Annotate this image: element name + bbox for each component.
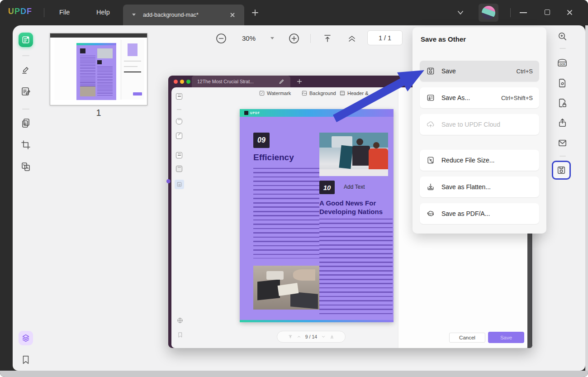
heading-line-2: Developing Nations [319, 207, 393, 216]
thumbnail-page-number: 1 [50, 108, 147, 118]
pdf-page: UPDF 09 Efficiency 10 Add Text [240, 109, 394, 322]
menu-item-label: Reduce File Size... [441, 157, 495, 164]
menu-file[interactable]: File [59, 9, 70, 16]
watermark-icon [259, 90, 265, 96]
compress-doc-icon[interactable] [557, 78, 568, 88]
avatar [482, 6, 495, 19]
save-as-other-menu: Save as Other Save Ctrl+S Save As... Ctr… [413, 27, 546, 234]
menu-item-save[interactable]: Save Ctrl+S [420, 61, 539, 81]
mini-edit-icon [176, 133, 182, 139]
pages-icon [20, 118, 31, 129]
last-page-icon [330, 334, 334, 339]
divider [510, 8, 511, 17]
page-up-button[interactable] [346, 33, 357, 44]
zoom-out-button[interactable] [215, 33, 227, 44]
chevron-down-icon[interactable] [457, 10, 464, 16]
mini-thumbnail-icon [176, 93, 182, 100]
save-button-highlighted[interactable] [552, 161, 571, 180]
maximize-icon[interactable] [545, 10, 550, 15]
ocr-icon-text: OCR [560, 63, 565, 66]
doc-logo-text: UPDF [250, 111, 260, 115]
zoom-in-button[interactable] [288, 33, 300, 44]
minimize-icon[interactable] [520, 12, 527, 13]
mac-new-tab-icon [297, 79, 302, 84]
tab-dropdown-icon[interactable] [132, 14, 136, 16]
prev-page-icon [297, 334, 301, 339]
sidebar-item-bookmark[interactable] [19, 353, 33, 367]
menu-item-shortcut: Ctrl+Shift+S [501, 95, 533, 101]
next-page-icon [321, 334, 326, 339]
sidebar-item-layers[interactable] [19, 331, 33, 345]
flatten-icon [426, 182, 435, 191]
reader-icon [21, 35, 30, 44]
mac-tab: 12The Most Crucial Strat... [192, 76, 290, 87]
page-thumbnail[interactable] [50, 33, 147, 105]
menu-item-label: Save As... [441, 94, 470, 101]
divider [310, 34, 311, 43]
mac-tab-title: 12The Most Crucial Strat... [197, 79, 254, 84]
reduce-size-icon [426, 156, 435, 165]
tab-close-icon[interactable] [230, 12, 235, 18]
page-header-strip: UPDF [240, 109, 394, 117]
menu-item-label: Save as Flatten... [441, 183, 491, 191]
ocr-icon[interactable]: OCR [556, 57, 568, 69]
sidebar-item-crop[interactable] [19, 138, 33, 152]
window-edge [585, 25, 588, 371]
menu-item-save-to-cloud[interactable]: Save to UPDF Cloud [420, 114, 539, 135]
doc-logo-mark [244, 111, 248, 115]
first-page-icon [288, 334, 293, 339]
menu-title: Save as Other [421, 35, 466, 43]
menu-help[interactable]: Help [96, 9, 110, 16]
sidebar-item-reader[interactable] [19, 33, 33, 47]
close-window-icon[interactable] [566, 9, 573, 16]
menu-item-save-as-pdfa[interactable]: PDF/A Save as PDF/A... [420, 203, 539, 224]
menu-item-label: Save as PDF/A... [441, 210, 490, 217]
rename-pencil-icon [279, 79, 284, 84]
divider [560, 156, 566, 157]
menu-item-save-as-flatten[interactable]: Save as Flatten... [420, 177, 539, 197]
title-bar: UPDF File Help add-background-mac* [0, 0, 588, 25]
mac-zoom-icon [186, 80, 190, 84]
app-window: UPDF File Help add-background-mac* [0, 0, 588, 377]
mini-organize-icon [176, 152, 182, 158]
search-icon[interactable] [557, 31, 568, 42]
thumb-doc-page [76, 43, 116, 100]
document-tab[interactable]: add-background-mac* [123, 5, 244, 25]
divider [22, 109, 29, 110]
sidebar-item-comment[interactable] [19, 62, 33, 77]
photo-desk-hands [253, 266, 319, 310]
floppy-icon [426, 67, 435, 76]
bookmark-icon [21, 354, 31, 365]
menu-item-reduce-file-size[interactable]: Reduce File Size... [420, 150, 539, 171]
menu-item-shortcut: Ctrl+S [517, 68, 533, 75]
sidebar-item-edit[interactable] [19, 84, 33, 99]
zoom-level[interactable]: 30% [239, 34, 259, 42]
account-button[interactable] [479, 4, 498, 22]
email-icon[interactable] [557, 138, 568, 148]
add-text-label: Add Text [344, 184, 365, 190]
sidebar-item-convert[interactable] [19, 159, 33, 174]
header-footer-icon [339, 90, 346, 96]
tab-title: add-background-mac* [143, 12, 199, 18]
thumb-side-panel [121, 40, 144, 100]
page-footer-strip [240, 320, 394, 322]
protect-doc-icon[interactable] [557, 98, 568, 108]
page-indicator[interactable]: 1 / 1 [367, 30, 403, 45]
section-heading-good-news: A Good News For Developing Nations [319, 199, 393, 216]
pdfa-icon-text: PDF/A [428, 213, 433, 215]
section-number-10: 10 [319, 181, 335, 194]
new-tab-icon[interactable] [251, 9, 259, 16]
share-icon[interactable] [557, 118, 568, 128]
header-footer-label: Header & [347, 91, 368, 96]
photo-office-meeting [319, 133, 388, 176]
mac-save-button: Save [488, 332, 524, 343]
mac-close-icon [174, 80, 178, 84]
mac-cancel-button: Cancel [449, 333, 485, 343]
menu-item-save-as[interactable]: Save As... Ctrl+Shift+S [420, 87, 539, 108]
convert-icon [20, 161, 31, 172]
go-to-top-button[interactable] [322, 33, 333, 44]
mac-page-indicator: 9 / 14 [305, 334, 317, 339]
zoom-dropdown-icon[interactable] [270, 37, 274, 39]
sidebar-item-organize-pages[interactable] [19, 116, 33, 130]
section-heading-efficiency: Efficiency [253, 153, 294, 162]
